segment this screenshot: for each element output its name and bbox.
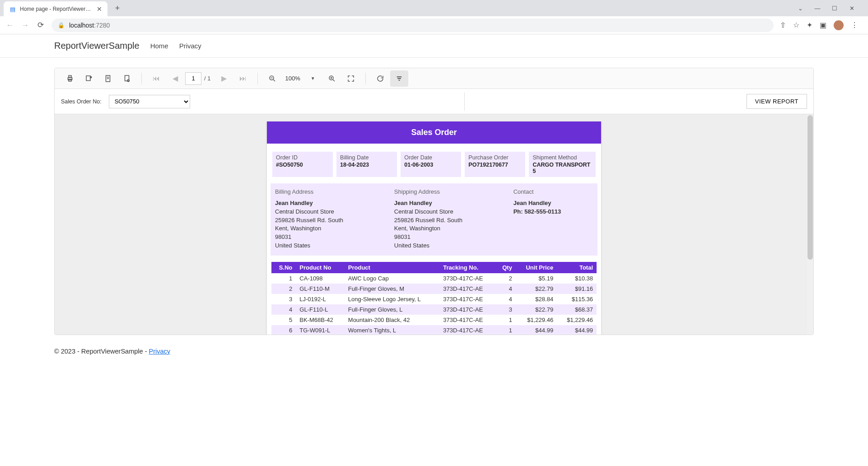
extensions-icon[interactable]: ✦ (807, 21, 812, 29)
svg-rect-3 (86, 76, 90, 81)
contact-block: Contact Jean Handley Ph: 582-555-0113 (513, 188, 593, 250)
back-button[interactable]: ← (5, 21, 14, 30)
prev-page-button[interactable]: ◀ (166, 70, 184, 87)
param-label: Sales Order No: (61, 98, 102, 105)
svg-rect-1 (69, 75, 71, 77)
reload-button[interactable]: ⟳ (36, 20, 45, 30)
zoom-out-button[interactable] (263, 70, 281, 87)
svg-rect-7 (125, 75, 129, 81)
next-page-button[interactable]: ▶ (215, 70, 233, 87)
report-area: Sales Order Order ID#SO50750 Billing Dat… (55, 114, 813, 335)
table-row: 2GL-F110-MFull-Finger Gloves, M373D-417C… (271, 284, 597, 294)
last-page-button[interactable]: ⏭ (234, 70, 252, 87)
refresh-button[interactable] (371, 70, 389, 87)
billing-address: Billing Address Jean Handley Central Dis… (275, 188, 389, 250)
col-header: Qty (495, 262, 516, 273)
page-number-input[interactable] (185, 72, 201, 85)
col-header: Unit Price (516, 262, 557, 273)
chevron-down-icon[interactable]: ⌄ (796, 5, 805, 12)
menu-icon[interactable]: ⋮ (851, 21, 858, 29)
table-row: 4GL-F110-LFull-Finger Gloves, L373D-417C… (271, 304, 597, 315)
minimize-icon[interactable]: — (813, 5, 822, 12)
order-id-value: #SO50750 (276, 162, 329, 168)
zoom-dropdown-button[interactable]: ▼ (304, 70, 322, 87)
table-row: 5BK-M68B-42Mountain-200 Black, 42373D-41… (271, 315, 597, 325)
nav-home[interactable]: Home (150, 42, 168, 50)
first-page-button[interactable]: ⏮ (147, 70, 165, 87)
close-window-icon[interactable]: ✕ (847, 5, 856, 12)
profile-avatar[interactable] (834, 20, 844, 30)
table-row: 6TG-W091-LWomen's Tights, L373D-417C-AE1… (271, 325, 597, 335)
forward-button: → (21, 21, 30, 30)
col-header: Product (345, 262, 439, 273)
scrollbar-thumb[interactable] (807, 115, 813, 260)
ship-method-label: Shipment Method (532, 154, 592, 161)
report-title: Sales Order (267, 121, 601, 144)
table-row: 3LJ-0192-LLong-Sleeve Logo Jersey, L373D… (271, 294, 597, 304)
report-page: Sales Order Order ID#SO50750 Billing Dat… (267, 121, 601, 335)
viewer-toolbar: ⏮ ◀ / 1 ▶ ⏭ 100% ▼ (55, 68, 813, 89)
browser-tab[interactable]: ▤ Home page - ReportViewerSamp ✕ (4, 1, 107, 17)
col-header: Tracking No. (439, 262, 495, 273)
col-header: Product No (296, 262, 345, 273)
page-total: / 1 (204, 75, 210, 82)
footer-privacy-link[interactable]: Privacy (149, 348, 171, 355)
zoom-in-button[interactable] (323, 70, 341, 87)
address-bar[interactable]: 🔒 localhost:7280 (51, 19, 774, 32)
maximize-icon[interactable]: ☐ (830, 5, 839, 12)
bookmark-icon[interactable]: ☆ (793, 21, 799, 29)
billing-date-label: Billing Date (340, 154, 393, 161)
po-value: PO7192170677 (468, 162, 522, 168)
export-settings-button[interactable] (118, 70, 136, 87)
url-host: localhost (69, 22, 94, 29)
view-report-button[interactable]: VIEW REPORT (747, 94, 807, 109)
sales-order-dropdown[interactable]: SO50750 (109, 95, 190, 108)
parameters-bar: Sales Order No: SO50750 VIEW REPORT (55, 89, 813, 114)
table-row: 1CA-1098AWC Logo Cap373D-417C-AE2$5.19$1… (271, 273, 597, 284)
shipping-address: Shipping Address Jean Handley Central Di… (394, 188, 508, 250)
fit-page-button[interactable] (342, 70, 360, 87)
order-date-value: 01-06-2003 (404, 162, 457, 168)
new-tab-button[interactable]: + (111, 2, 124, 14)
col-header: S.No (271, 262, 296, 273)
tab-title: Home page - ReportViewerSamp (20, 6, 93, 12)
page-setup-button[interactable] (99, 70, 117, 87)
zoom-level: 100% (282, 75, 303, 82)
line-items-table: S.NoProduct NoProductTracking No.QtyUnit… (271, 262, 597, 335)
order-id-label: Order ID (276, 154, 329, 161)
brand[interactable]: ReportViewerSample (54, 41, 140, 51)
billing-date-value: 18-04-2023 (340, 162, 393, 168)
col-header: Total (557, 262, 597, 273)
tab-close-icon[interactable]: ✕ (97, 5, 102, 13)
tab-favicon-icon: ▤ (9, 5, 16, 13)
export-button[interactable] (80, 70, 98, 87)
nav-privacy[interactable]: Privacy (179, 42, 201, 50)
svg-line-10 (274, 79, 275, 81)
svg-line-13 (333, 79, 335, 81)
print-button[interactable] (61, 70, 79, 87)
sidepanel-icon[interactable]: ▣ (820, 21, 826, 29)
site-nav: ReportViewerSample Home Privacy (0, 34, 868, 58)
report-viewer: ⏮ ◀ / 1 ▶ ⏭ 100% ▼ Sales Order No: SO507… (54, 68, 814, 335)
lock-icon: 🔒 (58, 22, 65, 28)
url-port: :7280 (94, 22, 110, 29)
parameters-toggle-button[interactable] (390, 70, 408, 87)
share-icon[interactable]: ⇧ (780, 21, 786, 29)
ship-method-value: CARGO TRANSPORT 5 (532, 162, 592, 174)
scrollbar[interactable] (807, 114, 813, 335)
browser-chrome: ▤ Home page - ReportViewerSamp ✕ + ⌄ — ☐… (0, 0, 868, 34)
footer: © 2023 - ReportViewerSample - Privacy (0, 335, 868, 368)
order-date-label: Order Date (404, 154, 457, 161)
po-label: Purchase Order (468, 154, 522, 161)
